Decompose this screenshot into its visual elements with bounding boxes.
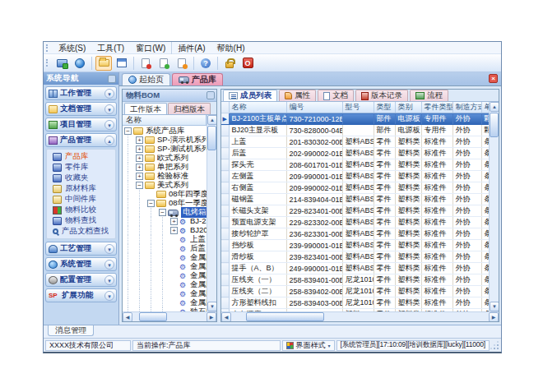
detail-tab-3[interactable]: 版本记录 [355, 90, 408, 101]
sidebar-section-4[interactable]: 工艺管理 [45, 242, 117, 256]
expand-icon[interactable] [170, 218, 178, 225]
globe-button[interactable] [72, 56, 88, 71]
chevron-down-icon[interactable] [104, 260, 114, 270]
table-row[interactable]: 方形塑料线扣258-839403-00E尼龙1010零件塑料类标准件外协条 [221, 297, 489, 309]
sidebar-section-1[interactable]: 文档管理 [45, 102, 117, 116]
doc-tab-1[interactable]: 产品库 [172, 73, 223, 85]
scroll-right-icon[interactable] [489, 312, 499, 322]
column-header-6[interactable]: 制造方式 [452, 102, 481, 113]
table-row[interactable]: 挡纱板239-990001-01E塑料ABS零件塑料类标准件外协条 [221, 240, 489, 251]
version-tab-0[interactable]: 工作版本 [124, 103, 167, 114]
expand-icon[interactable] [136, 164, 143, 171]
scrollbar-thumb[interactable] [207, 126, 216, 150]
scroll-up-icon[interactable] [207, 115, 216, 125]
table-row[interactable]: 右侧盖209-990002-01E塑料ABS零件塑料类标准件外协条 [221, 182, 489, 194]
expand-icon[interactable] [136, 145, 143, 153]
monitor-button[interactable] [53, 56, 70, 71]
column-header-1[interactable]: 编号 [286, 102, 342, 113]
bom-panel-menu-button[interactable] [207, 91, 215, 99]
column-header-4[interactable]: 类别 [395, 102, 421, 113]
sidebar-item-7[interactable]: 产品文档查找 [47, 226, 115, 237]
menu-item-0[interactable]: 系统(S) [53, 42, 91, 54]
table-row[interactable]: 探头壳208-601701-01E塑料ABS零件塑料类标准件外协条 [221, 159, 489, 171]
message-management-tab[interactable]: 消息管理 [48, 325, 94, 336]
folder-button[interactable] [95, 56, 112, 71]
sidebar-section-5[interactable]: 系统管理 [45, 257, 117, 271]
column-header-0[interactable]: 名称 [229, 102, 286, 113]
scroll-down-icon[interactable] [207, 302, 216, 311]
column-header-2[interactable]: 型号 [342, 102, 374, 113]
table-row[interactable]: 后盖202-990002-01E塑料ABS零件塑料类标准件外协条 [221, 148, 489, 159]
version-tab-1[interactable]: 归档版本 [168, 103, 211, 114]
expand-icon[interactable] [136, 136, 143, 144]
collapse-icon[interactable] [136, 182, 143, 189]
menu-item-3[interactable]: 插件(A) [171, 42, 211, 54]
doc-red-button[interactable] [137, 56, 154, 71]
table-row[interactable]: 预置电源支架229-823302-00E塑料ABS零件塑料类标准件外协条 [221, 217, 489, 228]
sidebar-item-2[interactable]: 收藏夹 [47, 173, 115, 183]
chevron-down-icon[interactable] [104, 244, 114, 254]
sidebar-section-7[interactable]: 扩展功能 [45, 288, 117, 302]
doc-orange-button[interactable] [174, 56, 190, 71]
table-row[interactable]: 长磁头支架229-823401-00E塑料ABS零件塑料类标准件外协条 [221, 205, 489, 217]
ui-style-dropdown[interactable]: 界面样式 [282, 340, 335, 351]
scroll-left-icon[interactable] [123, 312, 132, 322]
column-header-7[interactable]: 单位 [481, 102, 489, 113]
sidebar-item-4[interactable]: 中间件库 [47, 194, 115, 205]
sidebar-item-5[interactable]: 物料比较 [47, 205, 115, 215]
table-row[interactable]: 滑纱板239-823401-00E塑料ABS零件塑料类标准件外协条 [221, 251, 489, 263]
scrollbar-thumb[interactable] [139, 312, 167, 321]
detail-tab-1[interactable]: 属性 [279, 90, 316, 101]
table-row[interactable]: 提手（A、B）249-990001-01E塑料ABS零件塑料类标准件外协条 [221, 263, 489, 274]
table-row[interactable]: 上盖201-830302-00E塑料ABS零件塑料类标准件外协条 [221, 136, 489, 148]
sidebar-item-1[interactable]: 零件库 [47, 162, 115, 173]
expand-icon[interactable] [170, 227, 178, 234]
help-button[interactable]: ? [197, 56, 214, 71]
table-row[interactable]: 压线夹（二）258-839402-00E尼龙1010零件塑料类标准件外协条 [221, 286, 489, 297]
chevron-down-icon[interactable] [104, 104, 114, 114]
collapse-icon[interactable] [147, 200, 155, 207]
scrollbar-thumb[interactable] [246, 312, 324, 321]
scroll-up-icon[interactable] [490, 102, 499, 112]
doc-tab-0[interactable]: 起始页 [122, 73, 170, 85]
tree-horizontal-scrollbar[interactable] [123, 311, 216, 321]
table-row[interactable]: 左侧盖209-990001-01E塑料ABS零件塑料类标准件外协条 [221, 171, 489, 182]
sidebar-section-2[interactable]: 项目管理 [45, 118, 117, 131]
collapse-icon[interactable] [159, 209, 166, 216]
lock-button[interactable] [221, 56, 238, 71]
scrollbar-thumb[interactable] [490, 113, 499, 137]
window-resize-grip[interactable] [491, 340, 499, 350]
chevron-down-icon[interactable] [104, 89, 114, 99]
tree-column-header[interactable]: 名称 [123, 115, 207, 126]
collapse-icon[interactable] [124, 127, 132, 135]
sidebar-item-6[interactable]: 物料查找 [47, 215, 115, 226]
chevron-down-icon[interactable] [104, 291, 114, 301]
column-header-5[interactable]: 零件类型 [421, 102, 452, 113]
table-row[interactable]: 压线夹（一）258-839401-00E尼龙1010零件塑料类标准件外协条 [221, 274, 489, 286]
sidebar-section-0[interactable]: 工作管理 [45, 86, 117, 100]
sidebar-item-0[interactable]: 产品库 [47, 151, 115, 162]
table-row[interactable]: ▶BJ-2100主板单点730-721000-12E部件电源板专用件外协颗 [221, 113, 489, 125]
detail-tab-4[interactable]: 流程 [410, 90, 448, 101]
expand-icon[interactable] [136, 173, 143, 180]
scroll-left-icon[interactable] [221, 312, 231, 322]
chevron-down-icon[interactable] [104, 275, 114, 285]
sidebar-section-6[interactable]: 配置管理 [45, 273, 117, 287]
table-vertical-scrollbar[interactable] [489, 102, 499, 311]
scroll-right-icon[interactable] [207, 312, 216, 322]
chevron-down-icon[interactable] [104, 120, 114, 130]
power-button[interactable]: O [239, 56, 256, 71]
sidebar-section-3[interactable]: 产品管理 [45, 133, 117, 147]
sidebar-pin-button[interactable] [108, 75, 116, 83]
table-row[interactable]: 磁钢盖214-839404-01E塑料ABS零件塑料类标准件外协条 [221, 194, 489, 205]
menu-item-1[interactable]: 工具(T) [91, 42, 130, 54]
menu-item-4[interactable]: 帮助(H) [211, 42, 251, 54]
detail-tab-2[interactable]: 文档 [318, 90, 354, 101]
chevron-up-icon[interactable] [104, 136, 114, 145]
tree-vertical-scrollbar[interactable] [207, 115, 216, 311]
menu-item-2[interactable]: 窗口(W) [130, 42, 171, 54]
detail-tab-0[interactable]: 成员列表 [223, 90, 277, 101]
expand-icon[interactable] [136, 154, 143, 162]
column-header-3[interactable]: 类型 [374, 102, 395, 113]
scroll-down-icon[interactable] [490, 302, 499, 311]
